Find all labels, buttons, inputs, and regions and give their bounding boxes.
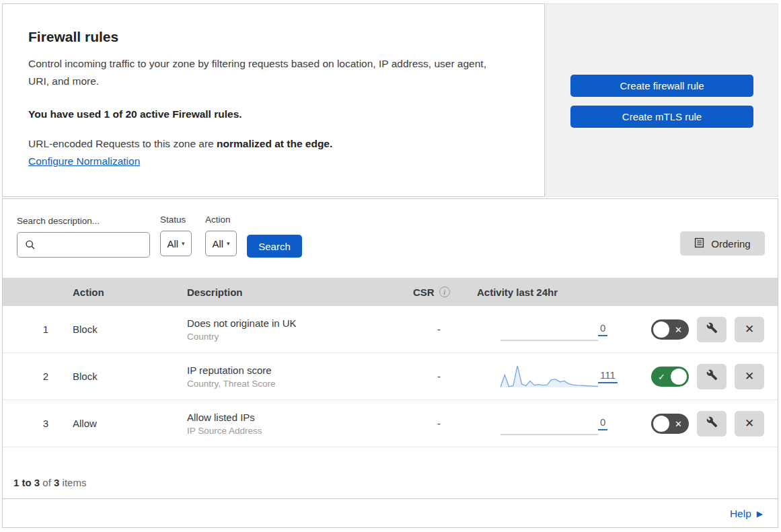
filter-bar: Search description... Status All ▾ Actio… (3, 199, 778, 278)
rule-criteria: Country (187, 332, 402, 342)
table-row: 1 Block Does not originate in UK Country… (3, 306, 778, 353)
action-filter-group: Action All ▾ (205, 215, 237, 256)
rule-activity-cell: 0 ✓ ✕ ✕ (463, 411, 764, 436)
wrench-icon (706, 369, 718, 384)
configure-normalization-link[interactable]: Configure Normalization (28, 155, 140, 167)
search-box (17, 232, 150, 258)
edit-rule-button[interactable] (697, 317, 727, 342)
toggle-knob (653, 416, 669, 432)
rule-controls: ✓ ✕ ✕ (607, 317, 764, 342)
rule-description-cell: Does not originate in UK Country (187, 317, 402, 342)
edit-rule-button[interactable] (697, 411, 727, 436)
table-header: Action Description CSR i Activity last 2… (3, 278, 778, 306)
search-input[interactable] (17, 232, 150, 258)
status-label: Status (160, 215, 192, 225)
page-title: Firewall rules (28, 29, 515, 45)
table-row: 3 Allow Allow listed IPs IP Source Addre… (3, 400, 778, 447)
help-label: Help (730, 508, 751, 520)
items-total: 3 (54, 477, 59, 488)
toggle-knob (671, 369, 687, 385)
header-csr-label: CSR (413, 287, 435, 298)
action-select-value: All (212, 238, 223, 250)
status-select-value: All (167, 238, 178, 250)
rule-priority-number: 2 (19, 371, 73, 382)
items-of: of (42, 477, 51, 488)
ordering-button-label: Ordering (711, 238, 750, 250)
help-bar: Help ▶ (3, 499, 778, 529)
info-icon[interactable]: i (439, 287, 450, 297)
intro-card: Firewall rules Control incoming traffic … (2, 3, 545, 197)
delete-rule-button[interactable]: ✕ (735, 364, 764, 389)
rule-csr-value: - (402, 324, 463, 335)
rule-description: Does not originate in UK (187, 317, 402, 329)
header-action: Action (73, 287, 187, 298)
rule-activity-cell: 111 ✓ ✕ ✕ (463, 364, 764, 389)
delete-rule-button[interactable]: ✕ (735, 317, 764, 342)
rule-activity-cell: 0 ✓ ✕ ✕ (463, 317, 764, 342)
page-description: Control incoming traffic to your zone by… (28, 55, 509, 90)
usage-summary: You have used 1 of 20 active Firewall ru… (28, 108, 515, 120)
rule-enabled-toggle[interactable]: ✓ ✕ (651, 414, 689, 434)
items-range: 1 to 3 (13, 477, 40, 488)
rule-description: Allow listed IPs (187, 412, 402, 423)
close-icon: ✕ (745, 322, 754, 336)
rule-criteria: IP Source Address (187, 426, 402, 436)
create-mtls-rule-button[interactable]: Create mTLS rule (570, 106, 753, 128)
wrench-icon (706, 416, 718, 431)
x-icon: ✕ (675, 419, 682, 428)
normalization-bold: normalized at the edge. (217, 138, 332, 149)
rule-description-cell: IP reputation score Country, Threat Scor… (187, 365, 402, 389)
header-activity: Activity last 24hr (463, 287, 764, 298)
rule-priority-number: 3 (19, 418, 73, 429)
ordering-list-icon (694, 237, 704, 250)
rules-panel: Search description... Status All ▾ Actio… (2, 198, 778, 528)
activity-sparkline (500, 411, 598, 436)
close-icon: ✕ (745, 369, 754, 383)
activity-sparkline (500, 317, 598, 342)
rule-controls: ✓ ✕ ✕ (618, 364, 764, 389)
search-label: Search description... (17, 216, 150, 226)
rule-csr-value: - (402, 371, 463, 382)
search-group: Search description... (17, 216, 150, 258)
ordering-button[interactable]: Ordering (680, 231, 765, 256)
header-csr: CSR i (402, 287, 463, 298)
activity-count-link[interactable]: 0 (598, 416, 607, 430)
check-icon: ✓ (658, 372, 665, 381)
search-button[interactable]: Search (247, 235, 302, 258)
rule-action: Block (73, 324, 187, 335)
chevron-down-icon: ▾ (182, 241, 185, 247)
help-link[interactable]: Help ▶ (730, 508, 763, 520)
header-description: Description (187, 287, 402, 298)
rule-priority-number: 1 (19, 324, 73, 335)
status-select[interactable]: All ▾ (160, 231, 192, 256)
create-firewall-rule-button[interactable]: Create firewall rule (570, 75, 753, 97)
close-icon: ✕ (745, 416, 754, 430)
rule-action: Block (73, 371, 187, 382)
activity-count-link[interactable]: 0 (598, 322, 607, 336)
table-row: 2 Block IP reputation score Country, Thr… (3, 353, 778, 400)
firewall-rules-page: Firewall rules Control incoming traffic … (0, 0, 781, 532)
pagination-summary: 1 to 3 of 3 items (3, 447, 778, 499)
action-select[interactable]: All ▾ (205, 231, 237, 256)
normalization-prefix: URL-encoded Requests to this zone are (28, 138, 217, 149)
side-panel: Create firewall rule Create mTLS rule (546, 3, 778, 197)
rule-description: IP reputation score (187, 365, 402, 376)
rule-description-cell: Allow listed IPs IP Source Address (187, 412, 402, 436)
edit-rule-button[interactable] (697, 364, 727, 389)
rule-action: Allow (73, 418, 187, 429)
chevron-down-icon: ▾ (227, 241, 230, 247)
rule-criteria: Country, Threat Score (187, 379, 402, 389)
items-word: items (63, 477, 87, 488)
right-triangle-icon: ▶ (757, 510, 763, 518)
x-icon: ✕ (675, 325, 682, 334)
rule-enabled-toggle[interactable]: ✓ ✕ (651, 319, 689, 340)
delete-rule-button[interactable]: ✕ (735, 411, 764, 436)
activity-count-link[interactable]: 111 (598, 369, 618, 383)
normalization-note: URL-encoded Requests to this zone are no… (28, 138, 515, 150)
activity-sparkline (500, 364, 598, 389)
rule-csr-value: - (402, 418, 463, 429)
rule-controls: ✓ ✕ ✕ (607, 411, 764, 436)
wrench-icon (706, 322, 718, 337)
rule-enabled-toggle[interactable]: ✓ ✕ (651, 367, 689, 387)
action-label: Action (205, 215, 237, 225)
